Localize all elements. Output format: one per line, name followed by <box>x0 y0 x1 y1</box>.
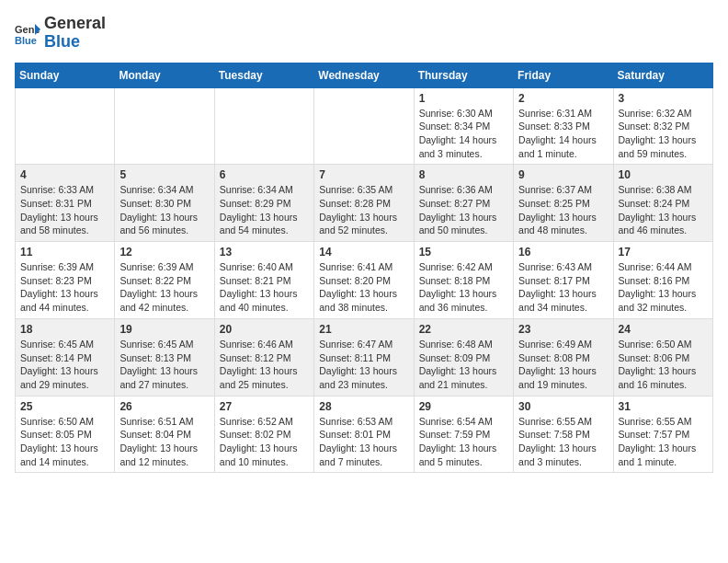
day-detail: Sunrise: 6:32 AM Sunset: 8:32 PM Dayligh… <box>619 107 708 161</box>
table-row: 13Sunrise: 6:40 AM Sunset: 8:21 PM Dayli… <box>214 242 313 319</box>
day-number: 3 <box>619 92 708 105</box>
table-row <box>115 87 214 165</box>
day-detail: Sunrise: 6:52 AM Sunset: 8:02 PM Dayligh… <box>220 415 309 469</box>
day-number: 17 <box>619 246 708 259</box>
day-detail: Sunrise: 6:38 AM Sunset: 8:24 PM Dayligh… <box>619 183 708 237</box>
day-number: 24 <box>619 323 708 336</box>
day-number: 9 <box>518 168 608 181</box>
table-row: 1Sunrise: 6:30 AM Sunset: 8:34 PM Daylig… <box>414 87 513 165</box>
day-detail: Sunrise: 6:35 AM Sunset: 8:28 PM Dayligh… <box>319 183 408 237</box>
col-monday: Monday <box>115 63 214 87</box>
table-row: 22Sunrise: 6:48 AM Sunset: 8:09 PM Dayli… <box>414 318 513 396</box>
day-detail: Sunrise: 6:51 AM Sunset: 8:04 PM Dayligh… <box>119 415 209 469</box>
day-detail: Sunrise: 6:45 AM Sunset: 8:14 PM Dayligh… <box>20 338 109 392</box>
logo-icon: General Blue <box>15 20 40 46</box>
table-row: 12Sunrise: 6:39 AM Sunset: 8:22 PM Dayli… <box>115 242 214 319</box>
table-row: 25Sunrise: 6:50 AM Sunset: 8:05 PM Dayli… <box>16 396 115 473</box>
day-detail: Sunrise: 6:31 AM Sunset: 8:33 PM Dayligh… <box>518 107 608 161</box>
day-detail: Sunrise: 6:34 AM Sunset: 8:30 PM Dayligh… <box>119 183 209 237</box>
col-wednesday: Wednesday <box>314 63 414 87</box>
day-number: 30 <box>518 400 608 413</box>
day-detail: Sunrise: 6:53 AM Sunset: 8:01 PM Dayligh… <box>319 415 408 469</box>
day-number: 23 <box>518 323 608 336</box>
day-number: 20 <box>220 323 309 336</box>
calendar-week-row: 11Sunrise: 6:39 AM Sunset: 8:23 PM Dayli… <box>16 242 713 319</box>
table-row: 28Sunrise: 6:53 AM Sunset: 8:01 PM Dayli… <box>314 396 414 473</box>
logo-blue-text: Blue <box>44 32 80 51</box>
day-detail: Sunrise: 6:33 AM Sunset: 8:31 PM Dayligh… <box>20 183 109 237</box>
day-detail: Sunrise: 6:43 AM Sunset: 8:17 PM Dayligh… <box>518 260 608 315</box>
table-row: 15Sunrise: 6:42 AM Sunset: 8:18 PM Dayli… <box>414 242 513 319</box>
table-row: 9Sunrise: 6:37 AM Sunset: 8:25 PM Daylig… <box>514 165 613 242</box>
table-row: 20Sunrise: 6:46 AM Sunset: 8:12 PM Dayli… <box>214 318 313 396</box>
svg-text:Blue: Blue <box>15 35 37 46</box>
day-number: 28 <box>319 400 408 413</box>
day-number: 18 <box>20 323 109 336</box>
table-row: 3Sunrise: 6:32 AM Sunset: 8:32 PM Daylig… <box>613 87 712 165</box>
day-number: 14 <box>319 246 408 259</box>
day-detail: Sunrise: 6:50 AM Sunset: 8:05 PM Dayligh… <box>20 415 109 469</box>
col-tuesday: Tuesday <box>214 63 313 87</box>
day-detail: Sunrise: 6:40 AM Sunset: 8:21 PM Dayligh… <box>220 260 309 315</box>
col-friday: Friday <box>514 63 613 87</box>
day-detail: Sunrise: 6:50 AM Sunset: 8:06 PM Dayligh… <box>619 338 708 392</box>
day-number: 11 <box>20 246 109 259</box>
table-row: 30Sunrise: 6:55 AM Sunset: 7:58 PM Dayli… <box>514 396 613 473</box>
day-detail: Sunrise: 6:34 AM Sunset: 8:29 PM Dayligh… <box>220 183 309 237</box>
day-number: 1 <box>419 92 508 105</box>
day-number: 10 <box>619 168 708 181</box>
table-row: 16Sunrise: 6:43 AM Sunset: 8:17 PM Dayli… <box>514 242 613 319</box>
day-detail: Sunrise: 6:55 AM Sunset: 7:57 PM Dayligh… <box>619 415 708 469</box>
table-row: 2Sunrise: 6:31 AM Sunset: 8:33 PM Daylig… <box>514 87 613 165</box>
day-detail: Sunrise: 6:41 AM Sunset: 8:20 PM Dayligh… <box>319 260 408 315</box>
table-row: 27Sunrise: 6:52 AM Sunset: 8:02 PM Dayli… <box>214 396 313 473</box>
table-row: 29Sunrise: 6:54 AM Sunset: 7:59 PM Dayli… <box>414 396 513 473</box>
day-number: 31 <box>619 400 708 413</box>
table-row: 5Sunrise: 6:34 AM Sunset: 8:30 PM Daylig… <box>115 165 214 242</box>
day-detail: Sunrise: 6:36 AM Sunset: 8:27 PM Dayligh… <box>419 183 508 237</box>
day-number: 26 <box>119 400 209 413</box>
day-detail: Sunrise: 6:39 AM Sunset: 8:22 PM Dayligh… <box>119 260 209 315</box>
table-row: 26Sunrise: 6:51 AM Sunset: 8:04 PM Dayli… <box>115 396 214 473</box>
calendar-table: Sunday Monday Tuesday Wednesday Thursday… <box>15 63 713 474</box>
day-detail: Sunrise: 6:44 AM Sunset: 8:16 PM Dayligh… <box>619 260 708 315</box>
calendar-week-row: 1Sunrise: 6:30 AM Sunset: 8:34 PM Daylig… <box>16 87 713 165</box>
table-row: 17Sunrise: 6:44 AM Sunset: 8:16 PM Dayli… <box>613 242 712 319</box>
day-detail: Sunrise: 6:54 AM Sunset: 7:59 PM Dayligh… <box>419 415 508 469</box>
day-number: 15 <box>419 246 508 259</box>
table-row: 31Sunrise: 6:55 AM Sunset: 7:57 PM Dayli… <box>613 396 712 473</box>
table-row: 7Sunrise: 6:35 AM Sunset: 8:28 PM Daylig… <box>314 165 414 242</box>
page-header: General Blue General Blue <box>15 15 713 52</box>
table-row <box>16 87 115 165</box>
day-number: 2 <box>518 92 608 105</box>
table-row: 11Sunrise: 6:39 AM Sunset: 8:23 PM Dayli… <box>16 242 115 319</box>
col-saturday: Saturday <box>613 63 712 87</box>
day-detail: Sunrise: 6:45 AM Sunset: 8:13 PM Dayligh… <box>119 338 209 392</box>
day-detail: Sunrise: 6:55 AM Sunset: 7:58 PM Dayligh… <box>518 415 608 469</box>
day-detail: Sunrise: 6:47 AM Sunset: 8:11 PM Dayligh… <box>319 338 408 392</box>
day-number: 7 <box>319 168 408 181</box>
table-row: 14Sunrise: 6:41 AM Sunset: 8:20 PM Dayli… <box>314 242 414 319</box>
calendar-week-row: 4Sunrise: 6:33 AM Sunset: 8:31 PM Daylig… <box>16 165 713 242</box>
table-row: 10Sunrise: 6:38 AM Sunset: 8:24 PM Dayli… <box>613 165 712 242</box>
day-detail: Sunrise: 6:39 AM Sunset: 8:23 PM Dayligh… <box>20 260 109 315</box>
day-detail: Sunrise: 6:37 AM Sunset: 8:25 PM Dayligh… <box>518 183 608 237</box>
day-number: 5 <box>119 168 209 181</box>
day-detail: Sunrise: 6:42 AM Sunset: 8:18 PM Dayligh… <box>419 260 508 315</box>
calendar-header-row: Sunday Monday Tuesday Wednesday Thursday… <box>16 63 713 87</box>
day-number: 22 <box>419 323 508 336</box>
day-detail: Sunrise: 6:48 AM Sunset: 8:09 PM Dayligh… <box>419 338 508 392</box>
logo-general-text: General <box>44 14 106 32</box>
table-row: 4Sunrise: 6:33 AM Sunset: 8:31 PM Daylig… <box>16 165 115 242</box>
table-row: 6Sunrise: 6:34 AM Sunset: 8:29 PM Daylig… <box>214 165 313 242</box>
col-sunday: Sunday <box>16 63 115 87</box>
col-thursday: Thursday <box>414 63 513 87</box>
table-row: 23Sunrise: 6:49 AM Sunset: 8:08 PM Dayli… <box>514 318 613 396</box>
table-row: 18Sunrise: 6:45 AM Sunset: 8:14 PM Dayli… <box>16 318 115 396</box>
day-number: 4 <box>20 168 109 181</box>
table-row: 24Sunrise: 6:50 AM Sunset: 8:06 PM Dayli… <box>613 318 712 396</box>
table-row <box>314 87 414 165</box>
logo: General Blue General Blue <box>15 15 106 52</box>
day-number: 12 <box>119 246 209 259</box>
calendar-week-row: 18Sunrise: 6:45 AM Sunset: 8:14 PM Dayli… <box>16 318 713 396</box>
